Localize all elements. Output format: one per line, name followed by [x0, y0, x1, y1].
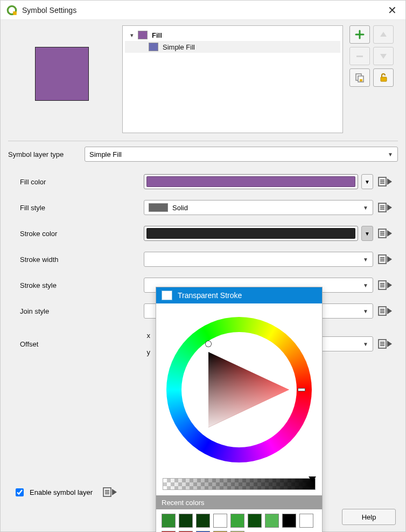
- fill-color-sample: [146, 176, 355, 187]
- fill-style-select[interactable]: Solid ▼: [144, 200, 373, 215]
- chevron-down-icon: ▼: [365, 231, 370, 237]
- join-style-data-defined-button[interactable]: [376, 303, 394, 319]
- recent-color-chip[interactable]: [265, 514, 279, 528]
- offset-x-label: x: [147, 331, 151, 340]
- sv-triangle[interactable]: [190, 336, 297, 444]
- stroke-color-popup[interactable]: Transparent Stroke: [156, 287, 323, 532]
- chevron-down-icon: ▼: [363, 308, 368, 314]
- stroke-width-input[interactable]: ▼: [144, 252, 373, 267]
- fill-color-dropdown[interactable]: ▼: [361, 174, 373, 189]
- data-defined-icon: [103, 487, 117, 498]
- symbol-layer-side-buttons: [349, 25, 398, 87]
- remove-symbol-layer-button[interactable]: [349, 47, 370, 65]
- chevron-down-icon: ▼: [363, 257, 368, 262]
- fill-style-data-defined-button[interactable]: [376, 200, 394, 215]
- tree-toggle-icon[interactable]: ▾: [128, 32, 136, 39]
- stroke-width-row: Stroke width ▼: [20, 251, 394, 267]
- recent-color-chip[interactable]: [230, 514, 244, 528]
- stroke-color-button[interactable]: [144, 226, 358, 241]
- stroke-color-data-defined-button[interactable]: [376, 226, 394, 241]
- fill-style-label: Fill style: [20, 204, 144, 212]
- triangle-down-icon: [379, 52, 388, 60]
- chevron-down-icon: ▼: [363, 341, 368, 347]
- duplicate-symbol-layer-button[interactable]: [349, 68, 370, 87]
- help-button[interactable]: Help: [342, 509, 396, 525]
- close-icon[interactable]: ✕: [384, 4, 400, 17]
- enable-symbol-layer-checkbox[interactable]: [16, 488, 24, 496]
- enable-symbol-layer-data-defined-button[interactable]: [101, 485, 118, 500]
- chevron-down-icon: ▼: [363, 205, 368, 211]
- stroke-style-data-defined-button[interactable]: [376, 278, 394, 293]
- data-defined-icon: [378, 338, 392, 349]
- fill-style-swatch: [149, 203, 168, 212]
- enable-symbol-layer-label: Enable symbol layer: [30, 488, 93, 496]
- hue-marker[interactable]: [298, 388, 305, 391]
- data-defined-icon: [378, 254, 392, 265]
- svg-marker-42: [208, 352, 289, 427]
- stroke-width-label: Stroke width: [20, 255, 144, 264]
- recent-color-chip[interactable]: [248, 514, 262, 528]
- tree-row-fill[interactable]: ▾ Fill: [125, 29, 340, 41]
- recent-color-chip[interactable]: [179, 514, 193, 528]
- minus-icon: [355, 52, 364, 60]
- symbol-preview-row: ▾ Fill Simple Fill: [8, 25, 398, 133]
- offset-label: Offset: [20, 340, 144, 348]
- data-defined-icon: [378, 176, 392, 187]
- popup-header-label: Transparent Stroke: [178, 291, 242, 300]
- move-down-button[interactable]: [373, 47, 394, 65]
- stroke-color-label: Stroke color: [20, 230, 144, 238]
- fill-color-button[interactable]: [144, 174, 358, 189]
- dialog-buttons: Help: [342, 509, 396, 525]
- tree-chip-simple-fill: [149, 43, 158, 51]
- svg-rect-7: [360, 79, 362, 81]
- color-wheel-area[interactable]: [156, 303, 322, 476]
- qgis-logo-icon: [6, 4, 18, 16]
- symbol-layer-tree[interactable]: ▾ Fill Simple Fill: [122, 25, 343, 133]
- alpha-slider[interactable]: [163, 478, 316, 490]
- join-style-label: Join style: [20, 307, 144, 315]
- popup-transparent-header[interactable]: Transparent Stroke: [156, 287, 322, 303]
- add-symbol-layer-button[interactable]: [349, 25, 370, 44]
- symbol-preview-area: [8, 25, 116, 101]
- svg-marker-4: [380, 54, 387, 59]
- fill-color-data-defined-button[interactable]: [376, 174, 394, 189]
- stroke-style-label: Stroke style: [20, 281, 144, 289]
- titlebar: Symbol Settings ✕: [1, 1, 405, 20]
- fill-style-value: Solid: [172, 204, 363, 212]
- offset-y-label: y: [147, 348, 151, 356]
- stroke-color-dropdown[interactable]: ▼: [361, 226, 373, 241]
- alpha-handle-icon[interactable]: [309, 476, 316, 482]
- help-button-label: Help: [362, 513, 376, 521]
- chevron-down-icon: ▼: [363, 282, 368, 288]
- recent-color-chip[interactable]: [299, 514, 313, 528]
- unlock-icon: [379, 73, 388, 82]
- fill-style-row: Fill style Solid ▼: [20, 199, 394, 216]
- recent-color-chip[interactable]: [213, 514, 227, 528]
- offset-data-defined-button[interactable]: [376, 336, 394, 351]
- recent-colors-header: Recent colors: [156, 495, 322, 509]
- recent-color-chip[interactable]: [282, 514, 296, 528]
- stroke-width-data-defined-button[interactable]: [376, 252, 394, 267]
- recent-color-chip[interactable]: [162, 514, 176, 528]
- symbol-layer-type-select[interactable]: Simple Fill ▼: [85, 147, 398, 162]
- enable-symbol-layer-row: Enable symbol layer: [13, 485, 118, 500]
- tree-label-fill: Fill: [152, 31, 162, 39]
- fill-color-row: Fill color ▼: [20, 174, 394, 190]
- lock-symbol-layer-button[interactable]: [373, 68, 394, 87]
- symbol-layer-type-row: Symbol layer type Simple Fill ▼: [8, 147, 398, 162]
- svg-rect-8: [381, 77, 387, 81]
- chevron-down-icon: ▼: [388, 151, 393, 157]
- data-defined-icon: [378, 306, 392, 316]
- window-title: Symbol Settings: [22, 6, 384, 15]
- divider: [8, 141, 398, 141]
- triangle-up-icon: [379, 30, 388, 39]
- move-up-button[interactable]: [373, 25, 394, 44]
- symbol-settings-window: Symbol Settings ✕ ▾ Fill Simple Fill: [0, 0, 406, 532]
- tree-label-simple-fill: Simple Fill: [163, 43, 195, 51]
- sv-marker[interactable]: [206, 341, 211, 347]
- recent-color-chip[interactable]: [196, 514, 210, 528]
- transparent-chip-icon: [162, 291, 172, 300]
- svg-rect-1: [13, 11, 17, 15]
- tree-row-simple-fill[interactable]: Simple Fill: [125, 41, 340, 53]
- svg-rect-3: [356, 56, 363, 57]
